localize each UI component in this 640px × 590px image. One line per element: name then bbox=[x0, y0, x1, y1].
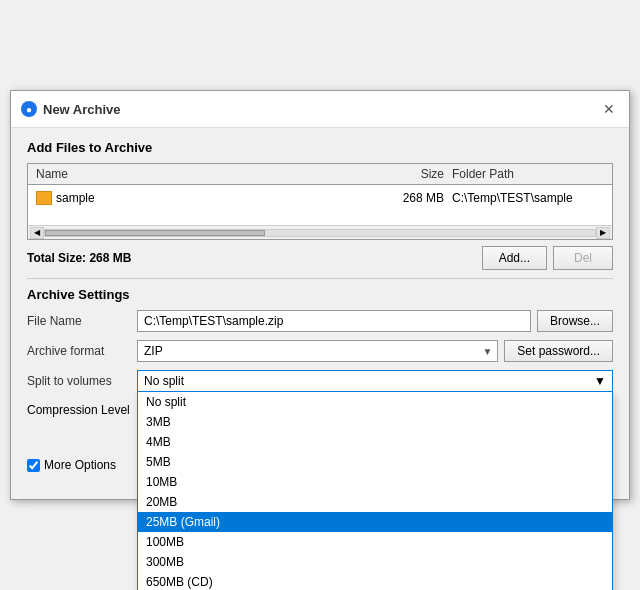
split-option-650mb[interactable]: 650MB (CD) bbox=[138, 572, 612, 590]
table-row: sample 268 MB C:\Temp\TEST\sample bbox=[36, 189, 604, 207]
split-option-20mb[interactable]: 20MB bbox=[138, 492, 612, 512]
split-dropdown-arrow: ▼ bbox=[594, 374, 606, 388]
file-table-header: Name Size Folder Path bbox=[28, 164, 612, 185]
title-bar: ● New Archive ✕ bbox=[11, 91, 629, 128]
split-volumes-row: Split to volumes No split ▼ No split 3MB… bbox=[27, 370, 613, 391]
folder-icon bbox=[36, 191, 52, 205]
archive-format-label: Archive format bbox=[27, 344, 137, 358]
scrollbar-thumb[interactable] bbox=[45, 230, 265, 236]
split-option-5mb[interactable]: 5MB bbox=[138, 452, 612, 472]
more-options-input[interactable] bbox=[27, 459, 40, 472]
split-dropdown-trigger[interactable]: No split ▼ bbox=[137, 370, 613, 391]
set-password-button[interactable]: Set password... bbox=[504, 340, 613, 362]
file-table-body: sample 268 MB C:\Temp\TEST\sample bbox=[28, 185, 612, 225]
file-name: sample bbox=[56, 191, 374, 205]
del-button[interactable]: Del bbox=[553, 246, 613, 270]
archive-format-select[interactable]: ZIP bbox=[137, 340, 498, 362]
split-option-25mb[interactable]: 25MB (Gmail) bbox=[138, 512, 612, 532]
split-dropdown-list: No split 3MB 4MB 5MB 10MB 20MB 25MB (Gma… bbox=[137, 391, 613, 590]
browse-button[interactable]: Browse... bbox=[537, 310, 613, 332]
close-button[interactable]: ✕ bbox=[599, 99, 619, 119]
title-bar-left: ● New Archive bbox=[21, 101, 121, 117]
compression-label: Compression Level bbox=[27, 403, 137, 417]
file-buttons: Add... Del bbox=[482, 246, 613, 270]
split-option-300mb[interactable]: 300MB bbox=[138, 552, 612, 572]
files-section-title: Add Files to Archive bbox=[27, 140, 613, 155]
split-option-4mb[interactable]: 4MB bbox=[138, 432, 612, 452]
total-size: Total Size: 268 MB bbox=[27, 251, 131, 265]
col-header-name: Name bbox=[36, 167, 374, 181]
file-table: Name Size Folder Path sample 268 MB C:\T… bbox=[27, 163, 613, 240]
main-content: Add Files to Archive Name Size Folder Pa… bbox=[11, 128, 629, 499]
scroll-right-arrow[interactable]: ▶ bbox=[596, 227, 610, 239]
col-header-path: Folder Path bbox=[444, 167, 604, 181]
window-title: New Archive bbox=[43, 102, 121, 117]
file-name-input[interactable] bbox=[137, 310, 531, 332]
split-option-100mb[interactable]: 100MB bbox=[138, 532, 612, 552]
file-name-label: File Name bbox=[27, 314, 137, 328]
window-icon: ● bbox=[21, 101, 37, 117]
file-name-row: File Name Browse... bbox=[27, 310, 613, 332]
file-path: C:\Temp\TEST\sample bbox=[444, 191, 604, 205]
total-row: Total Size: 268 MB Add... Del bbox=[27, 246, 613, 270]
split-option-3mb[interactable]: 3MB bbox=[138, 412, 612, 432]
col-header-size: Size bbox=[374, 167, 444, 181]
scrollbar-track[interactable] bbox=[44, 229, 596, 237]
archive-format-wrapper: ZIP ▼ bbox=[137, 340, 498, 362]
more-options-checkbox[interactable]: More Options bbox=[27, 458, 116, 472]
split-volumes-label: Split to volumes bbox=[27, 370, 137, 388]
split-option-10mb[interactable]: 10MB bbox=[138, 472, 612, 492]
scroll-left-arrow[interactable]: ◀ bbox=[30, 227, 44, 239]
main-window: ● New Archive ✕ Add Files to Archive Nam… bbox=[10, 90, 630, 500]
split-dropdown-container: No split ▼ No split 3MB 4MB 5MB 10MB 20M… bbox=[137, 370, 613, 391]
split-current-value: No split bbox=[144, 374, 184, 388]
more-options-label: More Options bbox=[44, 458, 116, 472]
horizontal-scrollbar[interactable]: ◀ ▶ bbox=[28, 225, 612, 239]
archive-format-row: Archive format ZIP ▼ Set password... bbox=[27, 340, 613, 362]
archive-settings-title: Archive Settings bbox=[27, 287, 613, 302]
add-button[interactable]: Add... bbox=[482, 246, 547, 270]
divider bbox=[27, 278, 613, 279]
split-option-no-split[interactable]: No split bbox=[138, 392, 612, 412]
file-size: 268 MB bbox=[374, 191, 444, 205]
